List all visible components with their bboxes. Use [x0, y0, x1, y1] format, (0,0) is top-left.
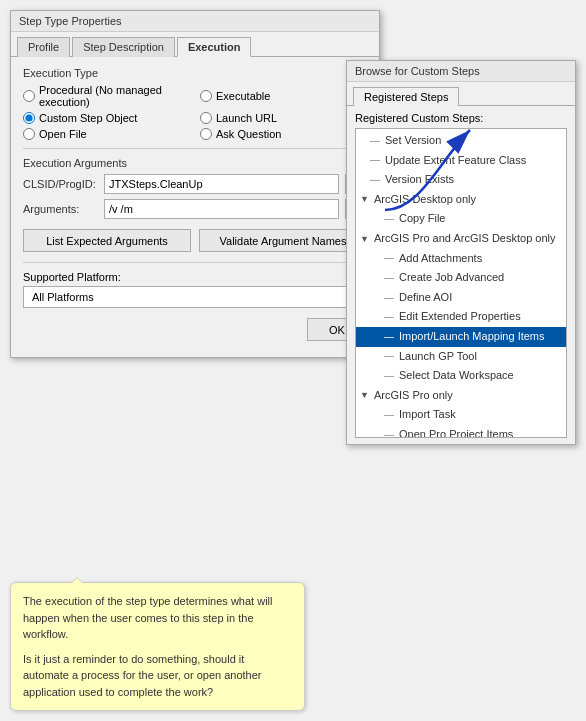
tab-step-description[interactable]: Step Description [72, 37, 175, 57]
tabs-bar: Profile Step Description Execution [11, 32, 379, 57]
radio-open-file-label: Open File [39, 128, 87, 140]
tab-profile[interactable]: Profile [17, 37, 70, 57]
arguments-input[interactable] [104, 199, 339, 219]
radio-procedural-label: Procedural (No managed execution) [39, 84, 190, 108]
tree-item[interactable]: Copy File [356, 209, 566, 229]
radio-executable[interactable]: Executable [200, 84, 367, 108]
tooltip-text2: Is it just a reminder to do something, s… [23, 651, 292, 701]
radio-custom-step[interactable]: Custom Step Object [23, 112, 190, 124]
browse-content: Registered Custom Steps: Set VersionUpda… [347, 106, 575, 444]
radio-launch-url[interactable]: Launch URL [200, 112, 367, 124]
tree-item[interactable]: Select Data Workspace [356, 366, 566, 386]
radio-procedural[interactable]: Procedural (No managed execution) [23, 84, 190, 108]
browse-tabs: Registered Steps [347, 82, 575, 106]
tree-item[interactable]: Version Exists [356, 170, 566, 190]
tree-item[interactable]: Launch GP Tool [356, 347, 566, 367]
radio-open-file[interactable]: Open File [23, 128, 190, 140]
tree-item[interactable]: Set Version [356, 131, 566, 151]
execution-type-label: Execution Type [23, 67, 367, 79]
radio-open-file-input[interactable] [23, 128, 35, 140]
tree-item[interactable]: Define AOI [356, 288, 566, 308]
tooltip-text1: The execution of the step type determine… [23, 593, 292, 643]
tab-registered-steps[interactable]: Registered Steps [353, 87, 459, 106]
clsid-label: CLSID/ProgID: [23, 178, 98, 190]
tree-item[interactable]: Update Extent Feature Class [356, 151, 566, 171]
action-buttons-row: List Expected Arguments Validate Argumen… [23, 229, 367, 252]
execution-type-group: Procedural (No managed execution) Execut… [23, 84, 367, 140]
radio-procedural-input[interactable] [23, 90, 35, 102]
browse-section-label: Registered Custom Steps: [355, 112, 567, 124]
validate-button[interactable]: Validate Argument Names [199, 229, 367, 252]
radio-executable-input[interactable] [200, 90, 212, 102]
dialog-content: Execution Type Procedural (No managed ex… [11, 57, 379, 357]
tooltip-balloon: The execution of the step type determine… [10, 582, 305, 711]
clsid-row: CLSID/ProgID: ... [23, 174, 367, 194]
arguments-label: Arguments: [23, 203, 98, 215]
clsid-input[interactable] [104, 174, 339, 194]
radio-executable-label: Executable [216, 90, 270, 102]
tree-item[interactable]: ArcGIS Pro and ArcGIS Desktop only [356, 229, 566, 249]
tree-item[interactable]: Add Attachments [356, 249, 566, 269]
separator2 [23, 262, 367, 263]
platform-select[interactable]: All Platforms ArcGIS Pro only ArcGIS Des… [23, 286, 367, 308]
exec-args-label: Execution Arguments [23, 157, 367, 169]
arguments-row: Arguments: ... [23, 199, 367, 219]
tree-item[interactable]: Create Job Advanced [356, 268, 566, 288]
platform-label: Supported Platform: [23, 271, 367, 283]
dialog-titlebar: Step Type Properties [11, 11, 379, 32]
browse-titlebar: Browse for Custom Steps [347, 61, 575, 82]
radio-launch-url-label: Launch URL [216, 112, 277, 124]
ok-row: OK [23, 318, 367, 347]
browse-dialog: Browse for Custom Steps Registered Steps… [346, 60, 576, 445]
browse-title: Browse for Custom Steps [355, 65, 480, 77]
radio-ask-question-input[interactable] [200, 128, 212, 140]
tree-item[interactable]: Import/Launch Mapping Items [356, 327, 566, 347]
radio-custom-step-input[interactable] [23, 112, 35, 124]
tree-item[interactable]: Import Task [356, 405, 566, 425]
tree-item[interactable]: Open Pro Project Items [356, 425, 566, 438]
tree-item[interactable]: Edit Extended Properties [356, 307, 566, 327]
dialog-title: Step Type Properties [19, 15, 122, 27]
radio-custom-step-label: Custom Step Object [39, 112, 137, 124]
separator1 [23, 148, 367, 149]
tree-item[interactable]: ArcGIS Pro only [356, 386, 566, 406]
tree-item[interactable]: ArcGIS Desktop only [356, 190, 566, 210]
list-expected-button[interactable]: List Expected Arguments [23, 229, 191, 252]
radio-ask-question-label: Ask Question [216, 128, 281, 140]
radio-ask-question[interactable]: Ask Question [200, 128, 367, 140]
radio-launch-url-input[interactable] [200, 112, 212, 124]
main-dialog: Step Type Properties Profile Step Descri… [10, 10, 380, 358]
tab-execution[interactable]: Execution [177, 37, 252, 57]
platform-section: Supported Platform: All Platforms ArcGIS… [23, 271, 367, 308]
tree-container: Set VersionUpdate Extent Feature ClassVe… [355, 128, 567, 438]
